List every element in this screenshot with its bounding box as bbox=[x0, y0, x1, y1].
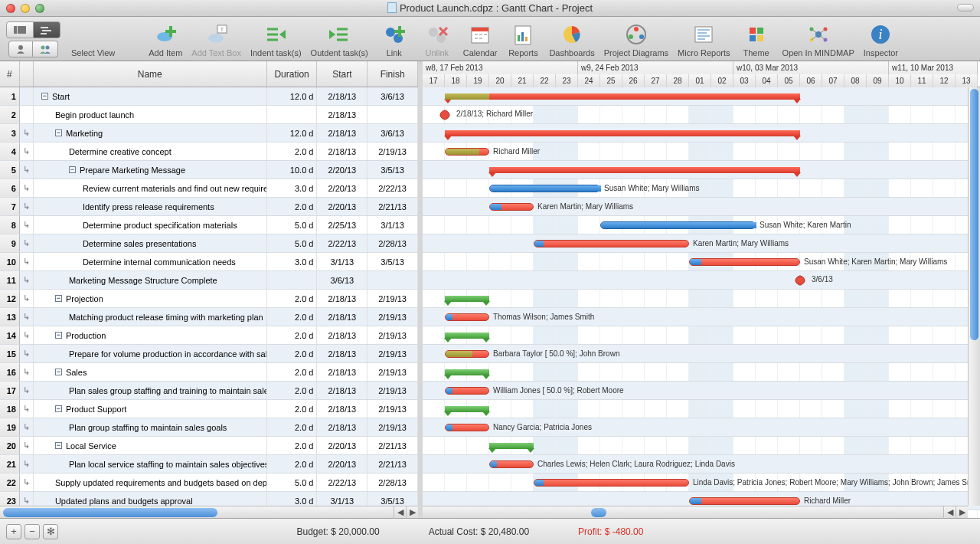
toolbar-calendar[interactable]: Calendar bbox=[459, 22, 502, 57]
view-list-button[interactable] bbox=[6, 21, 34, 38]
task-bar[interactable]: Richard Miller bbox=[445, 148, 489, 156]
table-row[interactable]: 16↳−Sales2.0 d2/18/132/19/13 bbox=[0, 363, 418, 382]
gantt-row[interactable]: Charles Lewis; Helen Clark; Laura Rodrig… bbox=[423, 455, 980, 474]
gantt-row[interactable]: Barbara Taylor [ 50.0 %]; John Brown bbox=[423, 345, 980, 363]
gantt-hscroll-right-icon[interactable]: ▶ bbox=[956, 506, 968, 519]
gantt-vscrollbar[interactable] bbox=[968, 87, 980, 506]
task-bar[interactable]: Charles Lewis; Helen Clark; Laura Rodrig… bbox=[489, 460, 534, 468]
table-row[interactable]: 15↳Prepare for volume production in acco… bbox=[0, 345, 418, 363]
view-team-button[interactable] bbox=[33, 41, 58, 57]
gantt-row[interactable]: 3/6/13 bbox=[423, 271, 980, 290]
gantt-row[interactable] bbox=[423, 290, 980, 308]
table-row[interactable]: 10↳Determine internal communication need… bbox=[0, 253, 418, 271]
task-table-body[interactable]: 1−Start12.0 d2/18/133/6/132Begin product… bbox=[0, 87, 418, 506]
gantt-row[interactable]: Karen Martin; Mary Williams bbox=[423, 234, 980, 253]
outline-toggle-icon[interactable]: − bbox=[41, 93, 48, 100]
table-row[interactable]: 5↳−Prepare Marketing Message10.0 d2/20/1… bbox=[0, 161, 418, 179]
toolbar-link[interactable]: Link bbox=[373, 22, 416, 57]
table-row[interactable]: 1−Start12.0 d2/18/133/6/13 bbox=[0, 87, 418, 106]
summary-bar[interactable] bbox=[489, 167, 800, 173]
table-row[interactable]: 21↳Plan local service staffing to mainta… bbox=[0, 455, 418, 474]
gantt-row[interactable] bbox=[423, 87, 980, 106]
gantt-row[interactable]: Susan White; Mary Williams bbox=[423, 179, 980, 198]
settings-button[interactable]: ✻ bbox=[43, 524, 58, 539]
table-row[interactable]: 8↳Determine product specification materi… bbox=[0, 216, 418, 234]
table-row[interactable]: 13↳Matching product release timing with … bbox=[0, 308, 418, 326]
summary-bar[interactable] bbox=[445, 130, 800, 136]
outline-toggle-icon[interactable]: − bbox=[55, 295, 62, 302]
timeline-body[interactable]: 2/18/13; Richard MillerRichard MillerSus… bbox=[423, 87, 980, 518]
toolbar-outdent[interactable]: Outdent task(s) bbox=[306, 22, 373, 57]
gantt-row[interactable] bbox=[423, 363, 980, 382]
toolbar-theme[interactable]: Theme bbox=[735, 22, 778, 57]
outline-toggle-icon[interactable]: − bbox=[55, 332, 62, 339]
milestone-icon[interactable]: 3/6/13 bbox=[795, 275, 805, 286]
zoom-icon[interactable] bbox=[35, 4, 44, 13]
gantt-hscrollbar[interactable]: ◀▶ bbox=[423, 506, 968, 518]
toolbar-open-mindmap[interactable]: Open In MINDMAP bbox=[778, 22, 859, 57]
table-row[interactable]: 14↳−Production2.0 d2/18/132/19/13 bbox=[0, 326, 418, 345]
summary-bar[interactable] bbox=[445, 93, 800, 100]
add-row-button[interactable]: + bbox=[6, 524, 21, 539]
hscroll-thumb[interactable] bbox=[3, 508, 217, 517]
table-row[interactable]: 11↳Marketing Message Structure Complete3… bbox=[0, 271, 418, 290]
toolbar-add-text-box[interactable]: TAdd Text Box bbox=[187, 22, 246, 57]
table-row[interactable]: 22↳Supply updated requirements and budge… bbox=[0, 474, 418, 492]
task-bar[interactable]: Susan White; Karen Martin bbox=[600, 221, 756, 229]
toolbar-toggle-pill[interactable] bbox=[957, 4, 974, 11]
toolbar-project-diagrams[interactable]: Project Diagrams bbox=[599, 22, 673, 57]
col-header-start[interactable]: Start bbox=[317, 61, 368, 87]
task-bar[interactable]: Thomas Wilson; James Smith bbox=[445, 313, 489, 321]
vscroll-thumb[interactable] bbox=[970, 89, 978, 340]
table-row[interactable]: 17↳Plan sales group staffing and trainin… bbox=[0, 382, 418, 400]
task-hscrollbar[interactable]: ◀▶ bbox=[0, 506, 418, 518]
table-row[interactable]: 4↳Determine creative concept2.0 d2/18/13… bbox=[0, 143, 418, 161]
gantt-row[interactable] bbox=[423, 437, 980, 455]
hscroll-right-icon[interactable]: ▶ bbox=[406, 506, 418, 519]
toolbar-inspector[interactable]: iInspector bbox=[859, 22, 903, 57]
toolbar-add-item[interactable]: Add Item bbox=[144, 22, 187, 57]
gantt-row[interactable] bbox=[423, 124, 980, 143]
col-header-finish[interactable]: Finish bbox=[368, 61, 418, 87]
summary-bar[interactable] bbox=[445, 333, 489, 339]
toolbar-unlink[interactable]: Unlink bbox=[416, 22, 459, 57]
gantt-row[interactable]: Karen Martin; Mary Williams bbox=[423, 198, 980, 216]
close-icon[interactable] bbox=[6, 4, 15, 13]
gantt-row[interactable]: Linda Davis; Patricia Jones; Robert Moor… bbox=[423, 474, 980, 492]
gantt-row[interactable] bbox=[423, 161, 980, 179]
table-row[interactable]: 12↳−Projection2.0 d2/18/132/19/13 bbox=[0, 290, 418, 308]
table-row[interactable]: 7↳Identify press release requirements2.0… bbox=[0, 198, 418, 216]
task-bar[interactable]: Barbara Taylor [ 50.0 %]; John Brown bbox=[445, 350, 489, 358]
gantt-row[interactable]: Susan White; Karen Martin bbox=[423, 216, 980, 234]
task-bar[interactable]: Linda Davis; Patricia Jones; Robert Moor… bbox=[534, 479, 689, 487]
gantt-hscroll-left-icon[interactable]: ◀ bbox=[943, 506, 956, 519]
gantt-row[interactable]: Nancy Garcia; Patricia Jones bbox=[423, 418, 980, 437]
minimize-icon[interactable] bbox=[21, 4, 30, 13]
gantt-row[interactable] bbox=[423, 400, 980, 418]
gantt-row[interactable]: Thomas Wilson; James Smith bbox=[423, 308, 980, 326]
outline-toggle-icon[interactable]: − bbox=[55, 369, 62, 375]
gantt-row[interactable]: Susan White; Karen Martin; Mary Williams bbox=[423, 253, 980, 271]
gantt-row[interactable]: Richard Miller bbox=[423, 143, 980, 161]
table-row[interactable]: 23↳Updated plans and budgets approval3.0… bbox=[0, 492, 418, 506]
outline-toggle-icon[interactable]: − bbox=[55, 405, 62, 412]
task-bar[interactable]: Susan White; Mary Williams bbox=[489, 185, 600, 192]
toolbar-dashboards[interactable]: Dashboards bbox=[544, 22, 599, 57]
gantt-row[interactable]: William Jones [ 50.0 %]; Robert Moore bbox=[423, 382, 980, 400]
toolbar-reports[interactable]: Reports bbox=[501, 22, 544, 57]
summary-bar[interactable] bbox=[489, 443, 534, 449]
toolbar-micro-reports[interactable]: Micro Reports bbox=[673, 22, 734, 57]
outline-toggle-icon[interactable]: − bbox=[55, 129, 62, 136]
table-row[interactable]: 18↳−Product Support2.0 d2/18/132/19/13 bbox=[0, 400, 418, 418]
summary-bar[interactable] bbox=[445, 296, 489, 302]
table-row[interactable]: 3↳−Marketing12.0 d2/18/133/6/13 bbox=[0, 124, 418, 143]
task-bar[interactable]: Karen Martin; Mary Williams bbox=[489, 203, 534, 211]
view-resource-button[interactable] bbox=[8, 41, 33, 57]
col-header-flag[interactable] bbox=[20, 61, 34, 87]
task-bar[interactable]: Karen Martin; Mary Williams bbox=[534, 240, 689, 247]
table-row[interactable]: 20↳−Local Service2.0 d2/20/132/21/13 bbox=[0, 437, 418, 455]
gantt-row[interactable]: 2/18/13; Richard Miller bbox=[423, 106, 980, 124]
task-bar[interactable]: Susan White; Karen Martin; Mary Williams bbox=[689, 258, 800, 266]
table-row[interactable]: 9↳Determine sales presentations5.0 d2/22… bbox=[0, 234, 418, 253]
col-header-duration[interactable]: Duration bbox=[267, 61, 318, 87]
